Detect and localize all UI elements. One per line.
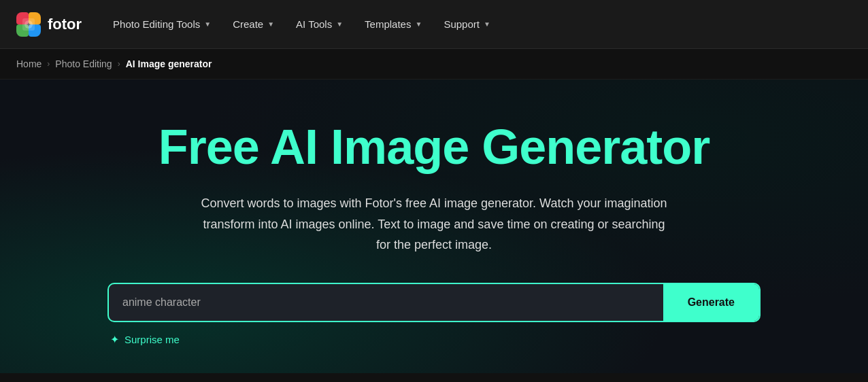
search-input[interactable]: [109, 284, 663, 321]
search-bar-container: Generate: [107, 283, 761, 322]
hero-subtitle: Convert words to images with Fotor's fre…: [196, 193, 672, 256]
sparkle-icon: ✦: [110, 333, 119, 346]
chevron-down-icon: ▼: [267, 20, 274, 28]
chevron-down-icon: ▼: [484, 20, 490, 28]
svg-point-6: [24, 20, 33, 29]
fotor-logo-icon: [16, 12, 41, 37]
breadcrumb-home[interactable]: Home: [16, 58, 41, 69]
chevron-down-icon: ▼: [204, 20, 211, 28]
breadcrumb-separator-2: ›: [118, 59, 120, 69]
nav-item-ai-tools[interactable]: AI Tools ▼: [286, 13, 352, 35]
surprise-me-button[interactable]: ✦ Surprise me: [110, 333, 180, 346]
breadcrumb-current: AI Image generator: [126, 58, 212, 69]
nav-label-create: Create: [233, 18, 263, 30]
chevron-down-icon: ▼: [336, 20, 343, 28]
nav-item-templates[interactable]: Templates ▼: [355, 13, 431, 35]
nav-item-photo-editing-tools[interactable]: Photo Editing Tools ▼: [103, 13, 220, 35]
breadcrumb-separator-1: ›: [47, 59, 50, 69]
nav-items-container: Photo Editing Tools ▼ Create ▼ AI Tools …: [103, 13, 852, 35]
nav-label-ai-tools: AI Tools: [296, 18, 332, 30]
surprise-me-label: Surprise me: [124, 334, 180, 345]
main-content: Free AI Image Generator Convert words to…: [0, 80, 868, 373]
nav-item-support[interactable]: Support ▼: [434, 13, 499, 35]
nav-label-templates: Templates: [365, 18, 411, 30]
logo[interactable]: fotor: [16, 12, 82, 37]
nav-label-photo-editing-tools: Photo Editing Tools: [113, 18, 200, 30]
breadcrumb-photo-editing[interactable]: Photo Editing: [55, 58, 112, 69]
brand-name: fotor: [48, 16, 82, 33]
main-navigation: fotor Photo Editing Tools ▼ Create ▼ AI …: [0, 0, 868, 49]
chevron-down-icon: ▼: [415, 20, 422, 28]
nav-label-support: Support: [444, 18, 480, 30]
generate-button[interactable]: Generate: [663, 284, 759, 321]
breadcrumb: Home › Photo Editing › AI Image generato…: [0, 49, 868, 80]
nav-item-create[interactable]: Create ▼: [223, 13, 284, 35]
hero-title: Free AI Image Generator: [158, 120, 710, 174]
search-bar: Generate: [107, 283, 761, 322]
